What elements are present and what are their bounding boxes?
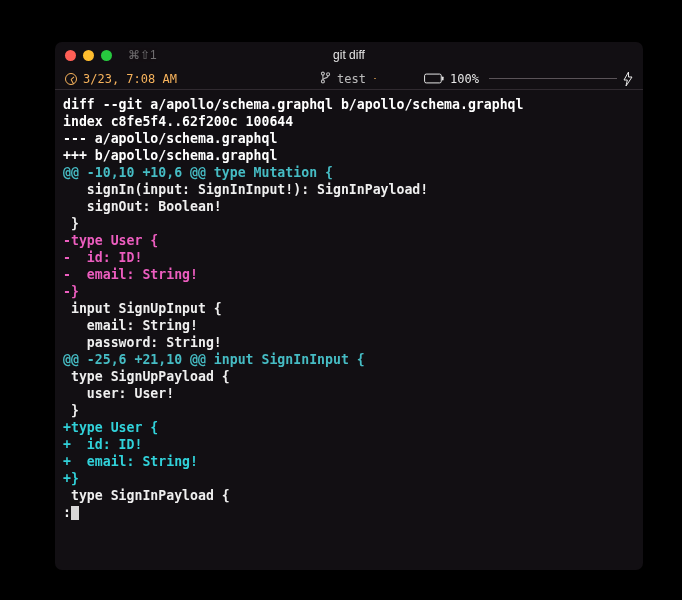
git-dirty-mark: ･ xyxy=(372,72,378,86)
svg-rect-3 xyxy=(425,74,442,83)
diff-line: user: User! xyxy=(59,385,639,402)
status-left: 3/23, 7:08 AM xyxy=(65,72,177,86)
close-icon[interactable] xyxy=(65,50,76,61)
git-branch-icon xyxy=(320,71,331,87)
battery-icon xyxy=(424,73,444,84)
battery-percent: 100% xyxy=(450,72,479,86)
diff-line: @@ -10,10 +10,6 @@ type Mutation { xyxy=(59,164,639,181)
diff-line: signOut: Boolean! xyxy=(59,198,639,215)
diff-line: +type User { xyxy=(59,419,639,436)
diff-line: } xyxy=(59,215,639,232)
status-bar: 3/23, 7:08 AM test ･ 100% xyxy=(55,68,643,90)
profile-indicator: ⌘⇧1 xyxy=(128,48,157,62)
cursor-icon xyxy=(71,506,79,520)
diff-line: - email: String! xyxy=(59,266,639,283)
pager-prompt-char: : xyxy=(63,504,71,521)
status-time: 3/23, 7:08 AM xyxy=(83,72,177,86)
clock-icon xyxy=(65,73,77,85)
diff-line: type SignInPayload { xyxy=(59,487,639,504)
terminal-output[interactable]: diff --git a/apollo/schema.graphql b/apo… xyxy=(55,90,643,570)
svg-point-1 xyxy=(321,79,324,82)
git-branch-label: test xyxy=(337,72,366,86)
terminal-window: ⌘⇧1 git diff 3/23, 7:08 AM test ･ xyxy=(55,42,643,570)
diff-line: index c8fe5f4..62f200c 100644 xyxy=(59,113,639,130)
minimize-icon[interactable] xyxy=(83,50,94,61)
diff-line: input SignUpInput { xyxy=(59,300,639,317)
diff-line: --- a/apollo/schema.graphql xyxy=(59,130,639,147)
diff-line: -} xyxy=(59,283,639,300)
diff-line: password: String! xyxy=(59,334,639,351)
bolt-icon xyxy=(623,72,633,86)
diff-line: } xyxy=(59,402,639,419)
pager-prompt[interactable]: : xyxy=(59,504,639,521)
status-separator xyxy=(489,78,617,79)
zoom-icon[interactable] xyxy=(101,50,112,61)
diff-line: type SignUpPayload { xyxy=(59,368,639,385)
svg-point-0 xyxy=(321,72,324,75)
diff-line: -type User { xyxy=(59,232,639,249)
window-controls xyxy=(65,50,112,61)
status-right: 100% xyxy=(424,72,633,86)
diff-line: +} xyxy=(59,470,639,487)
diff-line: email: String! xyxy=(59,317,639,334)
svg-rect-4 xyxy=(442,76,444,80)
diff-line: @@ -25,6 +21,10 @@ input SignInInput { xyxy=(59,351,639,368)
diff-line: diff --git a/apollo/schema.graphql b/apo… xyxy=(59,96,639,113)
diff-line: + email: String! xyxy=(59,453,639,470)
diff-line: +++ b/apollo/schema.graphql xyxy=(59,147,639,164)
diff-line: - id: ID! xyxy=(59,249,639,266)
svg-point-2 xyxy=(327,72,330,75)
diff-line: + id: ID! xyxy=(59,436,639,453)
titlebar: ⌘⇧1 git diff xyxy=(55,42,643,68)
diff-line: signIn(input: SignInInput!): SignInPaylo… xyxy=(59,181,639,198)
